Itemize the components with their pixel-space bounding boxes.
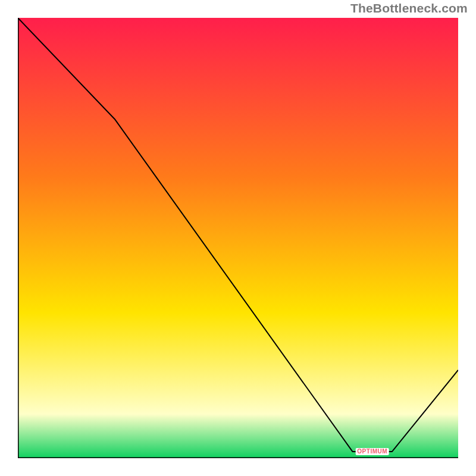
gradient-bg: [18, 18, 458, 458]
optimum-marker-label: OPTIMUM: [357, 448, 387, 455]
chart-area: OPTIMUM: [18, 18, 458, 458]
watermark-text: TheBottleneck.com: [350, 1, 468, 15]
optimum-marker: OPTIMUM: [356, 448, 389, 455]
chart-svg: OPTIMUM: [18, 18, 458, 458]
